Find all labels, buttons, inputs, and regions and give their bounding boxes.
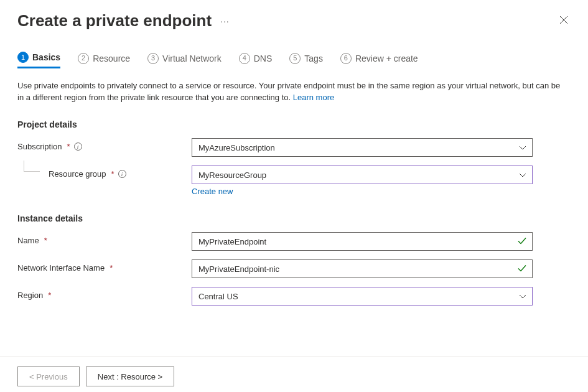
resource-group-select[interactable]: MyResourceGroup xyxy=(192,166,533,184)
chevron-down-icon xyxy=(519,143,526,152)
page-title: Create a private endpoint xyxy=(17,11,212,30)
tab-label: DNS xyxy=(254,54,273,63)
chevron-down-icon xyxy=(519,292,526,301)
instance-details-heading: Instance details xyxy=(17,213,571,223)
name-input[interactable]: MyPrivateEndpoint xyxy=(192,232,533,251)
tab-review-create[interactable]: 6 Review + create xyxy=(340,52,418,68)
project-details-fields: Subscription* i MyAzureSubscription Reso… xyxy=(17,138,571,196)
resource-group-label: Resource group* i xyxy=(17,166,192,179)
tab-tags[interactable]: 5 Tags xyxy=(289,52,323,68)
region-row: Region* Central US xyxy=(17,287,571,306)
close-button[interactable] xyxy=(557,13,571,29)
tab-virtual-network[interactable]: 3 Virtual Network xyxy=(147,52,222,68)
valid-check-icon xyxy=(518,264,526,274)
required-marker: * xyxy=(44,236,47,245)
valid-check-icon xyxy=(518,237,526,246)
tree-elbow-icon xyxy=(24,161,40,172)
tab-label: Basics xyxy=(32,52,60,62)
nic-name-input[interactable]: MyPrivateEndpoint-nic xyxy=(192,259,533,278)
subscription-select[interactable]: MyAzureSubscription xyxy=(192,138,533,157)
previous-button[interactable]: < Previous xyxy=(17,366,80,386)
required-marker: * xyxy=(110,263,113,273)
learn-more-link[interactable]: Learn more xyxy=(293,93,334,102)
close-icon xyxy=(559,16,568,24)
tab-label: Review + create xyxy=(355,54,418,63)
nic-name-row: Network Interface Name* MyPrivateEndpoin… xyxy=(17,259,571,278)
instance-details-fields: Name* MyPrivateEndpoint Network Interfac… xyxy=(17,232,571,306)
tab-step-number: 2 xyxy=(78,53,89,64)
info-icon[interactable]: i xyxy=(118,170,126,178)
name-label: Name* xyxy=(17,232,192,245)
region-label: Region* xyxy=(17,287,192,300)
create-new-link[interactable]: Create new xyxy=(192,187,233,196)
next-button[interactable]: Next : Resource > xyxy=(86,366,174,386)
intro-text: Use private endpoints to privately conne… xyxy=(17,80,565,103)
tab-step-number: 1 xyxy=(17,52,29,63)
tab-basics[interactable]: 1 Basics xyxy=(17,52,60,68)
wizard-footer: < Previous Next : Resource > xyxy=(0,356,588,392)
region-select[interactable]: Central US xyxy=(192,287,533,306)
tab-step-number: 5 xyxy=(289,53,301,64)
more-actions-icon[interactable]: ··· xyxy=(220,16,230,26)
tab-step-number: 4 xyxy=(239,53,250,64)
required-marker: * xyxy=(67,142,70,151)
tab-label: Resource xyxy=(93,54,130,63)
wizard-tabs: 1 Basics 2 Resource 3 Virtual Network 4 … xyxy=(17,52,571,68)
subscription-label: Subscription* i xyxy=(17,138,192,151)
header: Create a private endpoint ··· xyxy=(17,11,571,30)
tab-step-number: 6 xyxy=(340,53,352,64)
nic-name-label: Network Interface Name* xyxy=(17,259,192,273)
resource-group-row: Resource group* i MyResourceGroup Create… xyxy=(17,166,571,196)
name-row: Name* MyPrivateEndpoint xyxy=(17,232,571,251)
required-marker: * xyxy=(111,169,114,179)
project-details-heading: Project details xyxy=(17,119,571,129)
subscription-row: Subscription* i MyAzureSubscription xyxy=(17,138,571,157)
page-body: Create a private endpoint ··· 1 Basics 2… xyxy=(0,0,588,356)
tab-label: Tags xyxy=(304,54,323,63)
info-icon[interactable]: i xyxy=(74,142,82,151)
required-marker: * xyxy=(48,291,51,300)
tab-resource[interactable]: 2 Resource xyxy=(78,52,130,68)
tab-dns[interactable]: 4 DNS xyxy=(239,52,273,68)
tab-step-number: 3 xyxy=(147,53,159,64)
chevron-down-icon xyxy=(519,170,526,180)
tab-label: Virtual Network xyxy=(162,54,222,63)
